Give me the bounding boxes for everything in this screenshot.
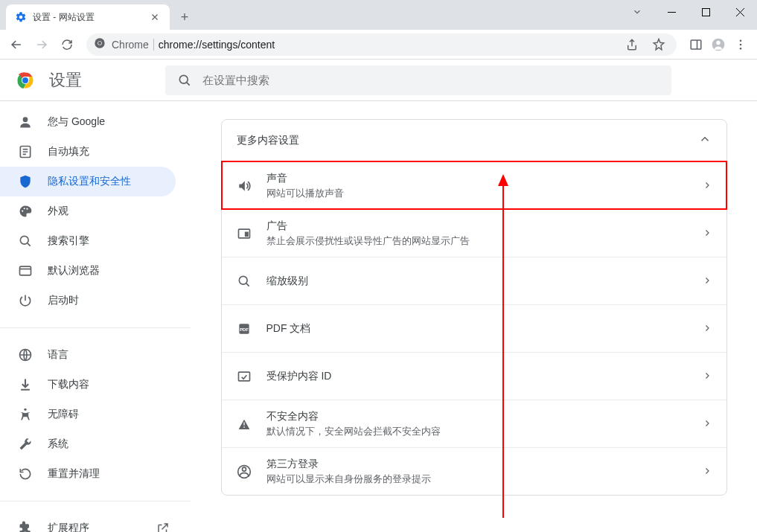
- sidebar-item-search[interactable]: 搜索引擎: [0, 226, 176, 256]
- row-subtitle: 网站可以显示来自身份服务的登录提示: [266, 472, 688, 486]
- back-button[interactable]: [6, 34, 27, 55]
- url-text: Chrome chrome://settings/content: [112, 39, 275, 51]
- row-title: PDF 文档: [266, 322, 688, 336]
- settings-main[interactable]: 更多内容设置 声音网站可以播放声音广告禁止会展示侵扰性或误导性广告的网站显示广告…: [191, 101, 757, 532]
- restore-icon: [18, 467, 33, 481]
- search-icon: [177, 73, 192, 88]
- row-subtitle: 默认情况下，安全网站会拦截不安全内容: [266, 425, 688, 438]
- zoom-icon: [237, 274, 252, 289]
- content-setting-row[interactable]: 第三方登录网站可以显示来自身份服务的登录提示: [222, 447, 726, 495]
- pdf-icon: PDF: [237, 321, 252, 336]
- new-tab-button[interactable]: +: [174, 7, 195, 28]
- row-subtitle: 网站可以播放声音: [266, 187, 688, 200]
- chrome-icon: [94, 37, 106, 52]
- search-icon: [18, 234, 33, 249]
- sidebar-item-label: 语言: [48, 348, 68, 362]
- sidebar-divider: [0, 327, 191, 328]
- side-panel-icon[interactable]: [686, 34, 706, 55]
- content-setting-row[interactable]: 缩放级别: [222, 257, 726, 304]
- more-content-card: 更多内容设置 声音网站可以播放声音广告禁止会展示侵扰性或误导性广告的网站显示广告…: [221, 119, 727, 496]
- page-title: 设置: [49, 69, 82, 92]
- svg-rect-28: [238, 372, 249, 381]
- sidebar-item-autofill[interactable]: 自动填充: [0, 137, 176, 167]
- sidebar-item-shield[interactable]: 隐私设置和安全性: [0, 167, 176, 196]
- row-title: 声音: [266, 172, 688, 185]
- accessibility-icon: [18, 407, 33, 422]
- content-setting-row[interactable]: PDFPDF 文档: [222, 304, 726, 352]
- settings-header: 设置: [0, 60, 757, 101]
- share-icon[interactable]: [622, 34, 642, 55]
- sidebar-item-browser[interactable]: 默认浏览器: [0, 256, 176, 286]
- svg-point-12: [22, 77, 28, 83]
- shield-icon: [18, 174, 33, 189]
- content-setting-row[interactable]: 声音网站可以播放声音: [222, 161, 726, 209]
- row-title: 不安全内容: [266, 410, 688, 423]
- address-bar[interactable]: Chrome chrome://settings/content: [86, 33, 677, 56]
- globe-icon: [18, 347, 33, 362]
- sidebar-item-label: 默认浏览器: [48, 264, 100, 278]
- svg-point-7: [740, 39, 742, 42]
- row-title: 第三方登录: [266, 458, 688, 471]
- sidebar-item-label: 扩展程序: [48, 522, 89, 532]
- reload-button[interactable]: [57, 34, 77, 55]
- search-input[interactable]: [202, 74, 659, 86]
- chevron-down-icon[interactable]: [620, 1, 654, 23]
- menu-icon[interactable]: [730, 34, 751, 55]
- svg-point-29: [242, 467, 246, 471]
- svg-point-25: [239, 276, 247, 284]
- sidebar-item-power[interactable]: 启动时: [0, 286, 176, 315]
- download-icon: [18, 377, 33, 392]
- bookmark-icon[interactable]: [648, 34, 669, 55]
- wrench-icon: [18, 437, 33, 452]
- row-title: 缩放级别: [266, 275, 688, 288]
- svg-point-8: [740, 43, 742, 45]
- sidebar-item-label: 重置并清理: [48, 467, 100, 481]
- row-title: 广告: [266, 219, 688, 233]
- sidebar-item-label: 您与 Google: [48, 115, 105, 129]
- sidebar-item-accessibility[interactable]: 无障碍: [0, 400, 176, 429]
- svg-point-17: [24, 208, 25, 209]
- forward-button[interactable]: [31, 34, 52, 55]
- svg-point-9: [740, 47, 742, 49]
- sidebar-item-label: 搜索引擎: [48, 234, 89, 248]
- svg-point-19: [20, 236, 28, 244]
- svg-point-18: [26, 208, 28, 210]
- sidebar-item-wrench[interactable]: 系统: [0, 429, 176, 459]
- sidebar-item-label: 无障碍: [48, 408, 79, 421]
- gear-icon: [15, 11, 27, 23]
- tab-title: 设置 - 网站设置: [33, 11, 143, 24]
- profile-icon[interactable]: [708, 34, 729, 55]
- chevron-right-icon: [703, 275, 712, 288]
- window-close-button[interactable]: [723, 1, 757, 23]
- content-setting-row[interactable]: 受保护内容 ID: [222, 352, 726, 400]
- svg-rect-0: [702, 8, 709, 16]
- federated-icon: [237, 464, 252, 479]
- sidebar-item-download[interactable]: 下载内容: [0, 370, 176, 400]
- maximize-button[interactable]: [689, 1, 723, 23]
- svg-rect-24: [244, 231, 248, 237]
- content-setting-row[interactable]: 不安全内容默认情况下，安全网站会拦截不安全内容: [222, 400, 726, 447]
- sidebar-item-globe[interactable]: 语言: [0, 340, 176, 370]
- browser-tab[interactable]: 设置 - 网站设置: [6, 4, 170, 30]
- power-icon: [18, 293, 33, 308]
- close-icon[interactable]: [149, 11, 161, 23]
- svg-point-6: [716, 40, 720, 44]
- chrome-logo-icon: [15, 70, 36, 91]
- minimize-button[interactable]: [654, 1, 689, 23]
- settings-sidebar[interactable]: 您与 Google自动填充隐私设置和安全性外观搜索引擎默认浏览器启动时 语言下载…: [0, 101, 191, 532]
- sidebar-item-extension[interactable]: 扩展程序: [0, 513, 176, 532]
- chevron-up-icon: [698, 132, 712, 149]
- sidebar-item-palette[interactable]: 外观: [0, 196, 176, 226]
- window-titlebar: 设置 - 网站设置 +: [0, 0, 757, 30]
- person-icon: [18, 115, 33, 129]
- card-header[interactable]: 更多内容设置: [222, 120, 726, 161]
- row-title: 受保护内容 ID: [266, 370, 688, 383]
- content-setting-row[interactable]: 广告禁止会展示侵扰性或误导性广告的网站显示广告: [222, 209, 726, 257]
- sidebar-item-label: 启动时: [48, 294, 79, 307]
- settings-search[interactable]: [165, 65, 671, 95]
- sidebar-item-restore[interactable]: 重置并清理: [0, 459, 176, 489]
- sidebar-item-person[interactable]: 您与 Google: [0, 107, 176, 137]
- chevron-right-icon: [703, 417, 712, 431]
- browser-toolbar: Chrome chrome://settings/content: [0, 30, 757, 60]
- chevron-right-icon: [703, 370, 712, 383]
